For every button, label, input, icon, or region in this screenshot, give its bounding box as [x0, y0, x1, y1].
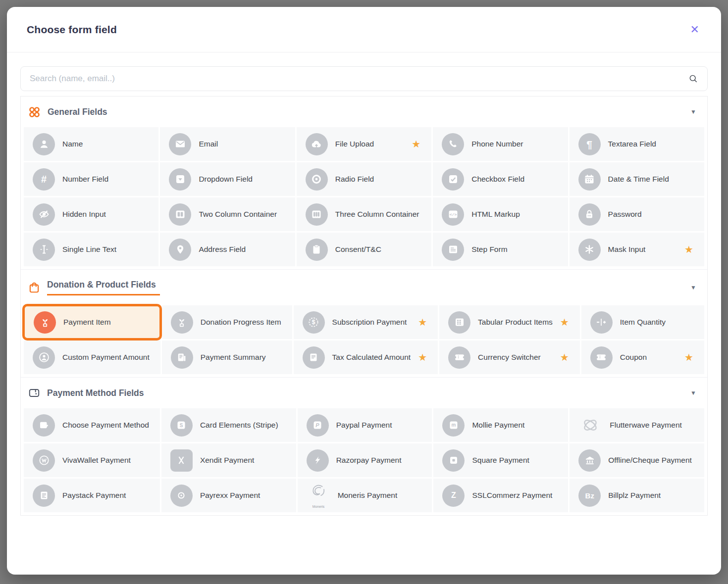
field-tile-donation-progress-item[interactable]: Donation Progress Item	[162, 305, 292, 339]
field-label: File Upload	[335, 140, 374, 148]
seedling-icon	[171, 311, 193, 334]
field-label: Paypal Payment	[336, 421, 392, 430]
section-header-general[interactable]: General Fields ▼	[21, 97, 707, 127]
chevron-down-icon[interactable]: ▼	[686, 282, 700, 293]
doc-lines-icon	[303, 346, 325, 369]
field-tile-item-quantity[interactable]: Item Quantity	[581, 305, 704, 339]
field-label: Square Payment	[472, 456, 529, 465]
dollar-circle-icon: $	[303, 311, 325, 334]
modal-header: Choose form field ✕	[7, 7, 721, 52]
seedling-icon	[34, 311, 56, 334]
field-tile-textarea-field[interactable]: ¶ Textarea Field	[570, 127, 704, 161]
field-tile-single-line-text[interactable]: Single Line Text	[24, 233, 158, 266]
field-tile-address-field[interactable]: Address Field	[160, 233, 295, 266]
field-label: Payrexx Payment	[200, 491, 260, 500]
field-tile-tax-calculated-amount[interactable]: Tax Calculated Amount ★	[294, 341, 438, 374]
field-tile-hidden-input[interactable]: Hidden Input	[24, 197, 158, 231]
field-tile-mask-input[interactable]: Mask Input ★	[570, 233, 704, 266]
field-tile-vivawallet-payment[interactable]: VivaWallet Payment	[24, 443, 160, 477]
field-tile-checkbox-field[interactable]: Checkbox Field	[433, 162, 568, 196]
search-input[interactable]	[30, 74, 688, 84]
field-label: Tax Calculated Amount	[332, 353, 411, 362]
field-tile-payment-summary[interactable]: Payment Summary	[162, 341, 292, 374]
field-tile-phone-number[interactable]: Phone Number	[433, 127, 568, 161]
field-tile-tabular-product-items[interactable]: Tabular Product Items ★	[439, 305, 580, 339]
field-tile-xendit-payment[interactable]: Xendit Payment	[161, 443, 296, 477]
field-tile-step-form[interactable]: Step Form	[433, 233, 568, 266]
field-tile-two-column-container[interactable]: Two Column Container	[160, 197, 295, 231]
checkbox-icon	[442, 168, 464, 191]
field-tile-card-elements-stripe[interactable]: S Card Elements (Stripe)	[161, 408, 296, 442]
section-header-payment-methods[interactable]: Payment Method Fields ▼	[21, 378, 707, 408]
field-tile-payment-item[interactable]: Payment Item	[22, 304, 162, 341]
payment-method-fields-grid: Choose Payment Method S Card Elements (S…	[21, 408, 707, 515]
field-tile-moneris-payment[interactable]: Moneris Moneris Payment	[298, 479, 432, 512]
section-header-donation[interactable]: Donation & Product Fields ▼	[21, 270, 707, 305]
svg-text:$: $	[312, 319, 315, 326]
flutterwave-icon	[578, 411, 602, 439]
donation-product-fields-grid: Payment Item Donation Progress Item $ Su…	[21, 305, 707, 377]
field-tile-name[interactable]: Name	[24, 127, 158, 161]
close-icon[interactable]: ✕	[688, 22, 701, 37]
field-label: Textarea Field	[608, 140, 656, 148]
search-icon[interactable]	[688, 74, 698, 84]
field-tile-three-column-container[interactable]: Three Column Container	[297, 197, 431, 231]
pro-star-icon: ★	[418, 351, 427, 363]
field-tile-mollie-payment[interactable]: m Mollie Payment	[433, 408, 568, 442]
field-tile-consent-t-c[interactable]: Consent/T&C	[297, 233, 431, 266]
field-label: Billplz Payment	[608, 491, 661, 500]
pro-star-icon: ★	[684, 243, 693, 255]
columns-2-icon	[169, 203, 191, 226]
phone-icon	[442, 133, 464, 155]
field-tile-payrexx-payment[interactable]: Payrexx Payment	[161, 479, 296, 512]
field-tile-number-field[interactable]: # Number Field	[24, 162, 158, 196]
paypal-icon: P	[307, 414, 329, 437]
field-tile-billplz-payment[interactable]: Bz Billplz Payment	[570, 479, 704, 512]
field-label: Step Form	[471, 245, 507, 254]
field-label: Offline/Cheque Payment	[608, 456, 692, 465]
chevron-down-icon[interactable]: ▼	[686, 388, 700, 398]
field-label: Tabular Product Items	[478, 318, 553, 327]
field-tile-file-upload[interactable]: File Upload ★	[297, 127, 431, 161]
field-label: Name	[62, 140, 83, 148]
field-tile-custom-payment-amount[interactable]: Custom Payment Amount	[24, 341, 160, 374]
field-label: Two Column Container	[199, 210, 277, 219]
eye-off-icon	[33, 203, 55, 226]
shopping-bag-icon	[28, 281, 41, 294]
chevron-down-icon[interactable]: ▼	[686, 106, 700, 117]
field-tile-dropdown-field[interactable]: Dropdown Field	[160, 162, 295, 196]
field-label: Consent/T&C	[335, 245, 381, 254]
field-tile-email[interactable]: Email	[160, 127, 295, 161]
field-tile-subscription-payment[interactable]: $ Subscription Payment ★	[294, 305, 438, 339]
user-icon	[33, 133, 55, 155]
field-tile-flutterwave-payment[interactable]: Flutterwave Payment	[570, 408, 704, 442]
field-tile-date-time-field[interactable]: Date & Time Field	[570, 162, 704, 196]
field-tile-square-payment[interactable]: Square Payment	[433, 443, 568, 477]
field-tile-radio-field[interactable]: Radio Field	[297, 162, 431, 196]
field-tile-coupon[interactable]: Coupon ★	[581, 341, 704, 374]
field-tile-razorpay-payment[interactable]: Razorpay Payment	[298, 443, 432, 477]
xendit-icon	[170, 449, 193, 472]
square-icon	[442, 449, 465, 472]
field-label: Radio Field	[335, 175, 374, 184]
svg-text:P: P	[316, 422, 320, 428]
field-tile-password[interactable]: Password	[570, 197, 704, 231]
pilcrow-icon: ¶	[578, 133, 601, 155]
table-icon	[448, 311, 470, 334]
clover-grid-icon	[28, 105, 41, 119]
receipt-icon	[171, 346, 193, 369]
svg-text:S: S	[180, 423, 183, 428]
field-label: Hidden Input	[62, 210, 106, 219]
field-tile-html-markup[interactable]: </> HTML Markup	[433, 197, 568, 231]
field-tile-sslcommerz-payment[interactable]: Z SSLCommerz Payment	[433, 479, 568, 512]
field-tile-paypal-payment[interactable]: P Paypal Payment	[298, 408, 432, 442]
card-check-icon	[33, 414, 55, 437]
field-tile-paystack-payment[interactable]: Paystack Payment	[24, 479, 160, 512]
field-label: Card Elements (Stripe)	[200, 421, 278, 430]
field-tile-choose-payment-method[interactable]: Choose Payment Method	[24, 408, 160, 442]
field-tile-currency-switcher[interactable]: Currency Switcher ★	[439, 341, 580, 374]
lock-icon	[578, 203, 601, 226]
section-payment-method-fields: Payment Method Fields ▼ Choose Payment M…	[21, 377, 707, 515]
field-tile-offline-cheque-payment[interactable]: Offline/Cheque Payment	[570, 443, 704, 477]
envelope-icon	[169, 133, 191, 155]
